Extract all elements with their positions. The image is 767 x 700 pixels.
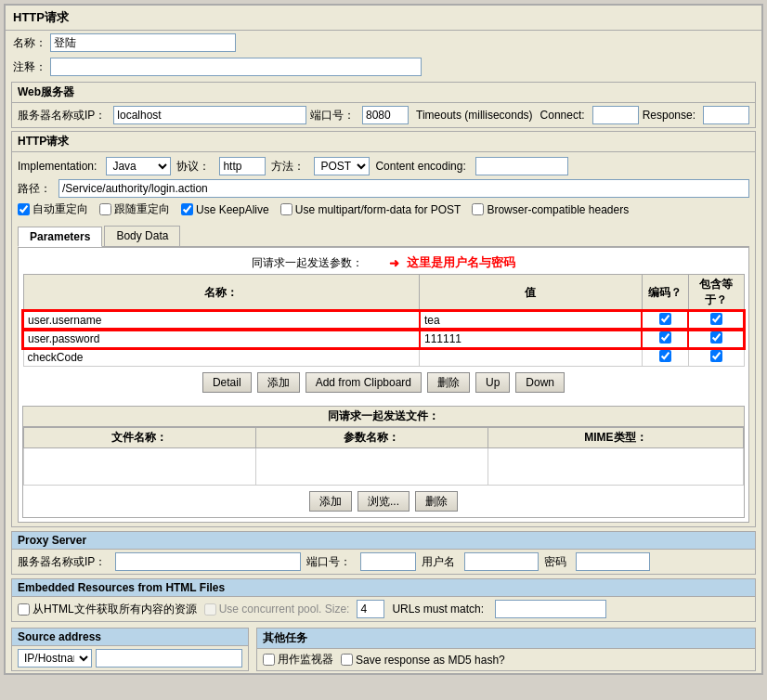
up-button[interactable]: Up bbox=[475, 372, 510, 393]
col-header-name: 名称： bbox=[23, 275, 420, 312]
annotation-text: 这里是用户名与密码 bbox=[407, 254, 515, 271]
http-request-header: HTTP请求 bbox=[12, 132, 755, 152]
fetch-resources-checkbox[interactable]: 从HTML文件获取所有内容的资源 bbox=[18, 602, 197, 617]
proxy-pass-label: 密码 bbox=[544, 554, 566, 570]
follow-redirect-checkbox[interactable]: 跟随重定向 bbox=[99, 201, 170, 217]
name-label: 名称： bbox=[13, 35, 46, 51]
path-input[interactable] bbox=[58, 179, 749, 198]
impl-label: Implementation: bbox=[18, 160, 97, 173]
col-mime: MIME类型： bbox=[488, 428, 743, 448]
method-label: 方法： bbox=[271, 159, 305, 175]
tab-body-data[interactable]: Body Data bbox=[104, 226, 180, 246]
proxy-user-label: 用户名 bbox=[422, 554, 455, 570]
pool-size-input[interactable] bbox=[357, 600, 384, 618]
proxy-user-input[interactable] bbox=[464, 552, 539, 571]
col-header-include: 包含等于？ bbox=[688, 275, 744, 312]
files-row bbox=[24, 448, 744, 486]
table-row: user.password 111111 bbox=[23, 330, 744, 348]
comment-input[interactable] bbox=[50, 58, 422, 76]
param-name-1[interactable]: user.password bbox=[23, 330, 420, 348]
web-server-header: Web服务器 bbox=[12, 83, 755, 103]
col-header-encoded: 编码？ bbox=[642, 275, 688, 312]
panel-title: HTTP请求 bbox=[6, 6, 761, 31]
param-encoded-2[interactable] bbox=[642, 348, 688, 367]
protocol-input[interactable] bbox=[219, 157, 266, 175]
param-value-1[interactable]: 111111 bbox=[420, 330, 642, 348]
embedded-header: Embedded Resources from HTML Files bbox=[12, 579, 755, 597]
source-header: Source address bbox=[12, 629, 248, 646]
connect-input[interactable] bbox=[592, 106, 639, 124]
connect-label: Connect: bbox=[540, 109, 585, 122]
response-input[interactable] bbox=[703, 106, 749, 124]
multipart-checkbox[interactable]: Use multipart/form-data for POST bbox=[280, 203, 462, 216]
proxy-port-label: 端口号： bbox=[306, 554, 351, 570]
param-include-1[interactable] bbox=[688, 330, 744, 348]
proxy-port-input[interactable] bbox=[360, 552, 416, 571]
tasks-header: 其他任务 bbox=[257, 629, 755, 649]
comment-label: 注释： bbox=[13, 59, 46, 75]
add-clipboard-button[interactable]: Add from Clipboard bbox=[306, 372, 422, 393]
fetch-resources-label: 从HTML文件获取所有内容的资源 bbox=[32, 602, 197, 617]
monitor-checkbox[interactable]: 用作监视器 bbox=[263, 652, 333, 668]
files-table: 文件名称： 参数名称： MIME类型： bbox=[23, 427, 744, 486]
server-label: 服务器名称或IP： bbox=[18, 108, 106, 123]
proxy-server-label: 服务器名称或IP： bbox=[18, 554, 106, 570]
path-label: 路径： bbox=[18, 181, 51, 197]
proxy-header: Proxy Server bbox=[12, 532, 755, 550]
arrow-symbol: ➜ bbox=[389, 256, 399, 270]
delete-param-button[interactable]: 删除 bbox=[427, 372, 470, 393]
auto-redirect-checkbox[interactable]: 自动重定向 bbox=[18, 201, 88, 217]
browse-button[interactable]: 浏览... bbox=[358, 491, 410, 512]
col-param: 参数名称： bbox=[255, 428, 488, 448]
source-type-select[interactable]: IP/Hostname bbox=[18, 649, 92, 668]
name-input[interactable] bbox=[50, 33, 236, 52]
same-request-label: 同请求一起发送参数： bbox=[252, 255, 363, 271]
encoding-input[interactable] bbox=[475, 157, 568, 175]
delete-file-button[interactable]: 删除 bbox=[415, 491, 458, 512]
param-value-2[interactable] bbox=[420, 348, 642, 367]
parameters-panel: 同请求一起发送参数： ➜ 这里是用户名与密码 名称： 值 编码？ 包含等于？ bbox=[18, 247, 749, 523]
param-include-2[interactable] bbox=[688, 348, 744, 367]
proxy-pass-input[interactable] bbox=[576, 552, 650, 571]
impl-select[interactable]: Java bbox=[106, 157, 171, 175]
param-name-0[interactable]: user.username bbox=[23, 311, 420, 330]
param-encoded-1[interactable] bbox=[642, 330, 688, 348]
urls-match-label: URLs must match: bbox=[392, 603, 484, 616]
response-label: Response: bbox=[643, 109, 696, 122]
concurrent-pool-checkbox[interactable]: Use concurrent pool. Size: bbox=[204, 603, 350, 616]
protocol-label: 协议： bbox=[176, 159, 210, 175]
param-encoded-0[interactable] bbox=[642, 311, 688, 330]
detail-button[interactable]: Detail bbox=[202, 372, 252, 393]
table-row: user.username tea bbox=[23, 311, 744, 330]
files-section: 同请求一起发送文件： 文件名称： 参数名称： MIME类型： bbox=[22, 406, 745, 518]
source-value-input[interactable] bbox=[96, 649, 242, 668]
urls-match-input[interactable] bbox=[495, 600, 606, 618]
keepalive-checkbox[interactable]: Use KeepAlive bbox=[181, 203, 269, 216]
add-file-button[interactable]: 添加 bbox=[309, 491, 352, 512]
col-header-value: 值 bbox=[420, 275, 642, 312]
add-param-button[interactable]: 添加 bbox=[257, 372, 300, 393]
md5-checkbox[interactable]: Save response as MD5 hash? bbox=[341, 654, 505, 667]
port-label: 端口号： bbox=[310, 108, 355, 123]
server-input[interactable] bbox=[113, 106, 306, 124]
encoding-label: Content encoding: bbox=[375, 160, 465, 173]
down-button[interactable]: Down bbox=[515, 372, 565, 393]
timeouts-label: Timeouts (milliseconds) bbox=[416, 109, 533, 122]
proxy-server-input[interactable] bbox=[115, 552, 301, 571]
col-filename: 文件名称： bbox=[24, 428, 256, 448]
files-header: 同请求一起发送文件： bbox=[23, 407, 744, 427]
tab-parameters[interactable]: Parameters bbox=[18, 227, 102, 247]
param-name-2[interactable]: checkCode bbox=[23, 348, 420, 367]
param-value-0[interactable]: tea bbox=[420, 311, 642, 330]
browser-headers-checkbox[interactable]: Browser-compatible headers bbox=[472, 203, 629, 216]
table-row: checkCode bbox=[23, 348, 744, 367]
method-select[interactable]: POST GET bbox=[314, 157, 370, 175]
params-table: 名称： 值 编码？ 包含等于？ user.username tea bbox=[22, 274, 745, 367]
param-include-0[interactable] bbox=[688, 311, 744, 330]
port-input[interactable] bbox=[362, 106, 409, 124]
